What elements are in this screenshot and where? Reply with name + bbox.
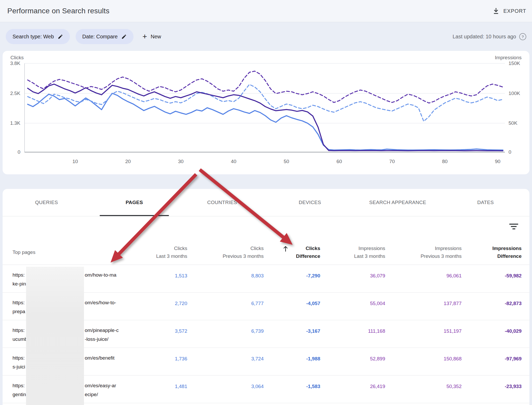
column-header-impr-diff[interactable]: ImpressionsDifference: [462, 240, 522, 265]
download-icon: [492, 7, 500, 15]
tab-label: QUERIES: [35, 200, 58, 205]
cell-clicks-last: 1,736: [143, 348, 187, 375]
cell-impr-diff: -59,982: [462, 265, 522, 292]
new-filter-label: New: [151, 34, 161, 40]
column-header-clicks-last[interactable]: ClicksLast 3 months: [143, 240, 187, 265]
header-line2: Difference: [462, 252, 522, 260]
cell-impr-last: 52,899: [320, 348, 385, 375]
date-compare-chip[interactable]: Date: Compare: [76, 29, 134, 44]
filter-band: Search type: Web Date: Compare + New Las…: [0, 22, 532, 51]
page-url-fragment[interactable]: https:: [13, 272, 25, 278]
column-header-impr-last[interactable]: ImpressionsLast 3 months: [320, 240, 385, 265]
page-url-fragment[interactable]: prepa: [13, 309, 25, 314]
cell-impr-prev: 150,868: [385, 348, 462, 375]
cell-clicks-prev: 3,064: [187, 376, 264, 403]
page-url-fragment[interactable]: https:: [13, 327, 25, 333]
cell-clicks-diff: -4,057: [264, 293, 320, 320]
cell-impr-last: 36,079: [320, 265, 385, 292]
column-header-impr-prev[interactable]: ImpressionsPrevious 3 months: [385, 240, 462, 265]
header-line1: Clicks: [174, 246, 187, 251]
redaction-box: [26, 267, 84, 405]
header-line1: Clicks: [306, 246, 320, 251]
search-console-performance-page: Performance on Search results EXPORT Sea…: [0, 0, 532, 405]
tab-label: DATES: [477, 200, 494, 205]
last-updated: Last updated: 10 hours ago ?: [452, 33, 526, 40]
tab-label: PAGES: [126, 200, 143, 205]
header-line2: Difference: [296, 252, 320, 260]
tab-countries[interactable]: COUNTRIES: [178, 189, 266, 216]
top-bar: Performance on Search results EXPORT: [0, 0, 532, 22]
page-url-fragment[interactable]: om/es/benefit: [85, 355, 114, 361]
tab-label: SEARCH APPEARANCE: [369, 200, 426, 205]
cell-impr-diff: -97,969: [462, 348, 522, 375]
search-type-chip[interactable]: Search type: Web: [6, 29, 70, 44]
cell-clicks-last: 2,720: [143, 293, 187, 320]
plus-icon: +: [142, 33, 147, 40]
page-url-fragment[interactable]: s-juici: [13, 364, 25, 370]
table-filter-row: [3, 216, 529, 240]
header-line1: Impressions: [359, 246, 385, 251]
tab-search-appearance[interactable]: SEARCH APPEARANCE: [354, 189, 442, 216]
header-line2: Last 3 months: [143, 252, 187, 260]
page-title: Performance on Search results: [7, 7, 110, 15]
sort-ascending-icon[interactable]: [283, 246, 288, 252]
new-filter-button[interactable]: + New: [142, 33, 161, 40]
series-impressions-last-3-months: [28, 84, 503, 151]
column-header-top-pages[interactable]: Top pages: [13, 240, 143, 265]
cell-clicks-prev: 6,739: [187, 320, 264, 348]
header-line1: Clicks: [250, 246, 264, 251]
filter-icon[interactable]: [509, 224, 518, 231]
date-compare-chip-label: Date: Compare: [82, 34, 118, 40]
cell-impr-diff: -40,029: [462, 320, 522, 348]
header-line1: Impressions: [492, 246, 522, 251]
tab-label: COUNTRIES: [207, 200, 237, 205]
tab-dates[interactable]: DATES: [442, 189, 529, 216]
help-icon[interactable]: ?: [519, 33, 526, 40]
page-url-fragment[interactable]: https:: [13, 300, 25, 306]
cell-impr-diff: -23,933: [462, 376, 522, 403]
tab-devices[interactable]: DEVICES: [266, 189, 354, 216]
page-url-fragment[interactable]: ucumb: [13, 336, 27, 342]
cell-clicks-prev: 6,777: [187, 293, 264, 320]
column-header-clicks-prev[interactable]: ClicksPrevious 3 months: [187, 240, 264, 265]
cell-impr-last: 111,168: [320, 320, 385, 348]
cell-clicks-prev: 3,724: [187, 348, 264, 375]
table-header: Top pagesClicksLast 3 monthsClicksPrevio…: [3, 240, 529, 265]
header-line2: Previous 3 months: [187, 252, 264, 260]
page-url-fragment[interactable]: om/es/easy-ar: [85, 383, 116, 389]
export-button[interactable]: EXPORT: [492, 7, 526, 15]
cell-impr-last: 26,419: [320, 376, 385, 403]
page-url-fragment[interactable]: om/pineapple-c: [85, 327, 119, 333]
cell-clicks-prev: 8,803: [187, 265, 264, 292]
cell-impr-prev: 137,877: [385, 293, 462, 320]
page-url-fragment[interactable]: om/how-to-ma: [85, 272, 116, 278]
page-url-fragment[interactable]: https:: [13, 383, 25, 389]
cell-clicks-diff: -1,988: [264, 348, 320, 375]
search-type-chip-label: Search type: Web: [13, 34, 54, 40]
cell-impr-prev: 50,352: [385, 376, 462, 403]
cell-impr-last: 55,004: [320, 293, 385, 320]
last-updated-text: Last updated: 10 hours ago: [452, 34, 516, 40]
cell-clicks-last: 1,513: [143, 265, 187, 292]
cell-impr-prev: 151,197: [385, 320, 462, 348]
page-url-fragment[interactable]: -loss-juice/: [85, 336, 108, 342]
page-url-fragment[interactable]: https:: [13, 355, 25, 361]
page-url-fragment[interactable]: ke-pin: [13, 281, 26, 287]
export-label: EXPORT: [503, 8, 526, 14]
header-line2: Last 3 months: [320, 252, 385, 260]
tab-queries[interactable]: QUERIES: [3, 189, 90, 216]
tab-bar: QUERIESPAGESCOUNTRIESDEVICESSEARCH APPEA…: [3, 189, 529, 216]
cell-impr-prev: 96,061: [385, 265, 462, 292]
cell-clicks-diff: -7,290: [264, 265, 320, 292]
column-header-clicks-diff[interactable]: ClicksDifference: [264, 240, 320, 265]
header-line1: Impressions: [435, 246, 462, 251]
page-url-fragment[interactable]: om/es/how-to-: [85, 300, 116, 306]
cell-clicks-diff: -1,583: [264, 376, 320, 403]
cell-clicks-last: 1,481: [143, 376, 187, 403]
page-url-fragment[interactable]: ecipe/: [85, 392, 98, 397]
page-url-fragment[interactable]: gentin: [13, 392, 26, 397]
cell-impr-diff: -82,873: [462, 293, 522, 320]
header-line2: Previous 3 months: [385, 252, 462, 260]
edit-pencil-icon: [58, 34, 63, 39]
tab-pages[interactable]: PAGES: [90, 189, 178, 216]
